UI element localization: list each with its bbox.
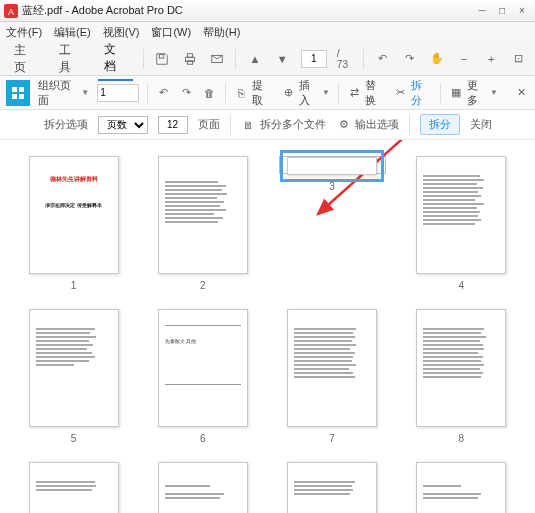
page-thumb-6[interactable]: 先秦散文·其他 6 <box>149 309 256 444</box>
page-label: 2 <box>200 280 206 291</box>
replace-icon: ⇄ <box>347 85 362 101</box>
svg-rect-7 <box>12 87 17 92</box>
gear-icon: ⚙ <box>336 117 352 133</box>
svg-text:A: A <box>8 7 14 17</box>
tab-tools[interactable]: 工具 <box>53 38 88 80</box>
split-option-label: 拆分选项 <box>44 117 88 132</box>
zoom-out-icon[interactable]: − <box>455 50 472 68</box>
close-split-button[interactable]: 关闭 <box>470 117 492 132</box>
files-icon: 🗎 <box>241 117 257 133</box>
rotate-ccw-icon[interactable]: ↶ <box>374 50 391 68</box>
svg-rect-10 <box>19 94 24 99</box>
page-label: 1 <box>71 280 77 291</box>
menu-window[interactable]: 窗口(W) <box>151 25 191 40</box>
window-title: 蓝经.pdf - Adobe Acrobat Pro DC <box>22 3 473 18</box>
page-thumb-10[interactable] <box>149 462 256 513</box>
zoom-in-icon[interactable]: + <box>483 50 500 68</box>
rotate-right-icon[interactable]: ↷ <box>179 85 194 101</box>
svg-rect-2 <box>160 54 164 58</box>
separator <box>230 115 231 135</box>
separator <box>147 83 148 103</box>
page-thumb-9[interactable] <box>20 462 127 513</box>
insert-button[interactable]: ⊕插入▼ <box>281 78 330 108</box>
minimize-button[interactable]: ─ <box>473 4 491 18</box>
rotate-left-icon[interactable]: ↶ <box>156 85 171 101</box>
extract-button[interactable]: ⎘提取 <box>234 78 273 108</box>
svg-rect-8 <box>19 87 24 92</box>
close-button[interactable]: × <box>513 4 531 18</box>
page-thumb-2[interactable]: 2 <box>149 156 256 291</box>
page-thumb-3[interactable]: 3 <box>279 156 386 174</box>
organize-label: 组织页面 ▼ <box>38 78 89 108</box>
rotate-cw-icon[interactable]: ↷ <box>401 50 418 68</box>
grid-icon: ▦ <box>449 85 464 101</box>
separator <box>363 49 364 69</box>
separator <box>143 49 144 69</box>
output-options-button[interactable]: ⚙输出选项 <box>336 117 399 133</box>
thumbnail-area[interactable]: 德林先生讲解资料净宗祖师决定 传受解释本 1 2 3 4 5 先秦散文·其他 6… <box>0 140 535 513</box>
page-label: 4 <box>459 280 465 291</box>
extract-icon: ⎘ <box>234 85 249 101</box>
page-thumb-7[interactable]: 7 <box>279 309 386 444</box>
more-button[interactable]: ▦更多▼ <box>449 78 498 108</box>
page-label: 5 <box>71 433 77 444</box>
organize-pages-icon <box>6 80 30 106</box>
separator <box>409 115 410 135</box>
page-label: 7 <box>329 433 335 444</box>
pages-label: 页面 <box>198 117 220 132</box>
nav-down-icon[interactable]: ▼ <box>274 50 291 68</box>
hand-icon[interactable]: ✋ <box>428 50 445 68</box>
page-thumb-5[interactable]: 5 <box>20 309 127 444</box>
separator <box>338 83 339 103</box>
page-thumb-8[interactable]: 8 <box>408 309 515 444</box>
svg-rect-9 <box>12 94 17 99</box>
page-thumb-1[interactable]: 德林先生讲解资料净宗祖师决定 传受解释本 1 <box>20 156 127 291</box>
page-thumb-4[interactable]: 4 <box>408 156 515 291</box>
panel-close-icon[interactable]: ✕ <box>514 85 529 101</box>
page-thumb-12[interactable] <box>408 462 515 513</box>
split-tool-button[interactable]: ✂拆分 <box>393 78 432 108</box>
split-count-input[interactable] <box>158 116 188 134</box>
page-label: 6 <box>200 433 206 444</box>
separator <box>440 83 441 103</box>
scissors-icon: ✂ <box>393 85 408 101</box>
organize-page-input[interactable] <box>97 84 139 102</box>
maximize-button[interactable]: □ <box>493 4 511 18</box>
delete-icon[interactable]: 🗑 <box>202 85 217 101</box>
split-action-button[interactable]: 拆分 <box>420 114 460 135</box>
separator <box>235 49 236 69</box>
mail-icon[interactable] <box>208 50 225 68</box>
tab-document[interactable]: 文档 <box>98 37 133 81</box>
nav-up-icon[interactable]: ▲ <box>246 50 263 68</box>
print-icon[interactable] <box>181 50 198 68</box>
fit-icon[interactable]: ⊡ <box>510 50 527 68</box>
separator <box>225 83 226 103</box>
split-mode-select[interactable]: 页数 <box>98 116 148 134</box>
split-multiple-button[interactable]: 🗎拆分多个文件 <box>241 117 326 133</box>
page-number-input[interactable] <box>301 50 327 68</box>
page-thumb-11[interactable] <box>279 462 386 513</box>
insert-icon: ⊕ <box>281 85 296 101</box>
svg-rect-4 <box>187 53 192 57</box>
page-label: 3 <box>329 181 335 192</box>
app-icon: A <box>4 4 18 18</box>
page-label: 8 <box>459 433 465 444</box>
replace-button[interactable]: ⇄替换 <box>347 78 386 108</box>
page-total: / 73 <box>337 48 353 70</box>
menu-help[interactable]: 帮助(H) <box>203 25 240 40</box>
save-icon[interactable] <box>154 50 171 68</box>
tab-home[interactable]: 主页 <box>8 38 43 80</box>
